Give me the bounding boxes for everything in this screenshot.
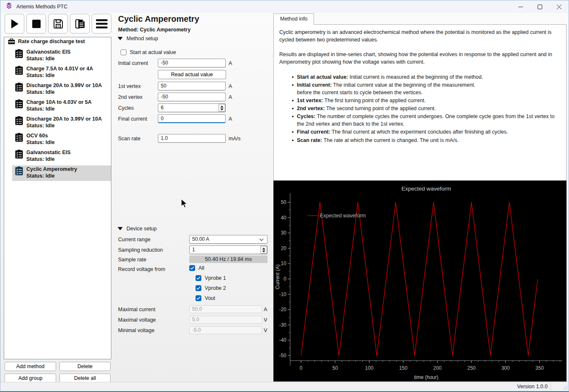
svg-text:-30: -30 <box>279 322 287 328</box>
initial-current-input[interactable]: -50 <box>158 59 226 67</box>
info-paragraph: Cyclic amperometry is an advanced electr… <box>279 28 561 44</box>
cycles-label: Cycles <box>118 105 134 111</box>
method-setup-expander[interactable]: Method setup <box>118 36 158 41</box>
method-group-label: Rate charge discharge test <box>18 39 85 44</box>
record-voltage-checkbox-all[interactable]: All <box>189 265 204 271</box>
method-item-label: Charge 7.5A to 4.01V or 4A <box>26 66 93 72</box>
second-vertex-input[interactable]: -50 <box>158 93 226 101</box>
method-item-status: Status: Idle <box>26 156 54 162</box>
svg-text:30: 30 <box>281 230 287 236</box>
info-bullet: Initial current: The initial current val… <box>292 81 561 96</box>
duplicate-button[interactable] <box>70 14 90 34</box>
second-vertex-unit: A <box>229 94 232 100</box>
stop-button[interactable] <box>26 14 46 34</box>
info-bullet: Start at actual value: Initial current i… <box>292 73 561 81</box>
close-button[interactable] <box>549 0 569 13</box>
method-item-label: OCV 60s <box>26 133 48 139</box>
svg-text:50: 50 <box>281 199 287 205</box>
svg-text:100: 100 <box>365 365 373 371</box>
method-list-item[interactable]: Galvanostatic EISStatus: Idle <box>12 48 111 64</box>
spinner-down-icon[interactable] <box>220 108 224 111</box>
minimal-voltage-input: -5.0 <box>189 326 262 334</box>
titlebar: Artemis Methods PTC <box>0 0 569 13</box>
method-group-header[interactable]: Rate charge discharge test <box>8 39 85 44</box>
svg-text:20: 20 <box>281 245 287 251</box>
method-item-status: Status: Idle <box>26 89 54 95</box>
add-group-button[interactable]: Add group <box>5 374 56 383</box>
info-bullet: 2nd vertex: The second turning point of … <box>292 105 561 112</box>
method-clipboard-icon <box>15 166 23 177</box>
method-item-status: Status: Idle <box>26 173 54 179</box>
delete-button[interactable]: Delete <box>59 362 111 371</box>
method-clipboard-icon <box>15 49 23 60</box>
method-item-label: Discharge 20A to 3.99V or 10A <box>26 116 102 122</box>
collapse-triangle-icon <box>118 227 123 230</box>
minimize-button[interactable] <box>511 0 530 13</box>
spinner-up-icon[interactable] <box>220 106 224 108</box>
method-info-content: Cyclic amperometry is an advanced electr… <box>273 24 566 183</box>
method-item-status: Status: Idle <box>26 72 54 78</box>
method-list-item[interactable]: Charge 7.5A to 4.01V or 4AStatus: Idle <box>12 65 111 80</box>
spinner-up-icon[interactable] <box>262 248 265 250</box>
svg-text:40: 40 <box>281 215 287 221</box>
sampling-reduction-input[interactable]: 1 <box>189 245 268 254</box>
svg-text:-10: -10 <box>279 291 287 297</box>
svg-text:-40: -40 <box>279 337 287 343</box>
svg-text:300: 300 <box>501 365 510 371</box>
method-item-status: Status: Idle <box>26 139 54 145</box>
run-button[interactable] <box>5 14 24 34</box>
scan-rate-unit: mA/s <box>229 136 240 142</box>
menu-icon <box>96 19 108 28</box>
save-button[interactable] <box>48 14 68 34</box>
final-current-input[interactable]: 0 <box>158 114 226 123</box>
svg-text:350: 350 <box>536 365 544 371</box>
method-list-item[interactable]: Cyclic AmperometryStatus: Idle <box>12 165 111 181</box>
sample-rate-label: Sample rate <box>118 257 146 263</box>
svg-text:Expected waveform: Expected waveform <box>320 213 366 219</box>
first-vertex-unit: A <box>229 83 232 89</box>
method-list-item[interactable]: OCV 60sStatus: Idle <box>12 132 111 147</box>
svg-text:10: 10 <box>281 260 287 266</box>
method-list-item[interactable]: Charge 10A to 4.03V or 5AStatus: Idle <box>12 98 111 114</box>
sampling-reduction-spinner[interactable] <box>260 246 267 254</box>
method-list-item[interactable]: Discharge 20A to 3.99V or 10AStatus: Idl… <box>12 82 111 97</box>
resize-grip[interactable] <box>563 385 568 390</box>
start-at-actual-value-checkbox[interactable]: Start at actual value <box>121 49 176 55</box>
tab-method-info[interactable]: Method info <box>273 13 314 25</box>
method-item-label: Charge 10A to 4.03V or 5A <box>26 99 92 105</box>
checkbox-checked-icon <box>196 285 201 291</box>
read-actual-value-button[interactable]: Read actual value <box>158 70 226 79</box>
maximal-current-unit: A <box>264 307 267 312</box>
version-label: Version 1.0.0 <box>517 384 548 389</box>
copy-icon <box>74 18 86 30</box>
current-range-select[interactable]: 50.00 A <box>189 235 268 244</box>
maximize-button[interactable] <box>530 0 549 13</box>
info-bullet: Final current: The final current at whic… <box>292 128 561 136</box>
record-voltage-checkbox-vout[interactable]: Vout <box>196 295 215 301</box>
cycles-input[interactable]: 6 <box>158 103 226 112</box>
spinner-down-icon[interactable] <box>262 250 265 253</box>
svg-text:-20: -20 <box>279 307 287 312</box>
svg-text:0: 0 <box>300 365 303 371</box>
method-list-item[interactable]: Discharge 20A to 3.99V or 10AStatus: Idl… <box>12 115 111 131</box>
record-voltage-checkbox-vprobe-1[interactable]: Vprobe 1 <box>196 275 226 281</box>
final-current-label: Final current <box>118 116 147 122</box>
first-vertex-label: 1st vertex <box>118 83 141 89</box>
first-vertex-input[interactable]: 50 <box>158 82 226 90</box>
method-setup-header: Method setup <box>126 36 158 41</box>
svg-text:Current (A): Current (A) <box>275 264 281 289</box>
svg-text:0: 0 <box>283 276 286 282</box>
record-voltage-checkbox-vprobe-2[interactable]: Vprobe 2 <box>196 285 226 291</box>
device-setup-expander[interactable]: Device setup <box>118 226 157 232</box>
method-list-item[interactable]: Galvanostatic EISStatus: Idle <box>12 149 111 164</box>
main-menu-button[interactable] <box>92 14 111 34</box>
delete-all-button[interactable]: Delete all <box>59 374 111 383</box>
svg-text:-50: -50 <box>279 353 287 358</box>
scan-rate-input[interactable]: 1.0 <box>158 134 226 143</box>
cycles-spinner[interactable] <box>219 104 225 112</box>
add-method-button[interactable]: Add method <box>5 362 56 371</box>
maximal-voltage-label: Maximal voltage <box>118 317 156 323</box>
stop-icon <box>32 20 41 28</box>
svg-text:200: 200 <box>433 365 442 371</box>
record-voltage-from-label: Record voltage from <box>118 266 165 272</box>
